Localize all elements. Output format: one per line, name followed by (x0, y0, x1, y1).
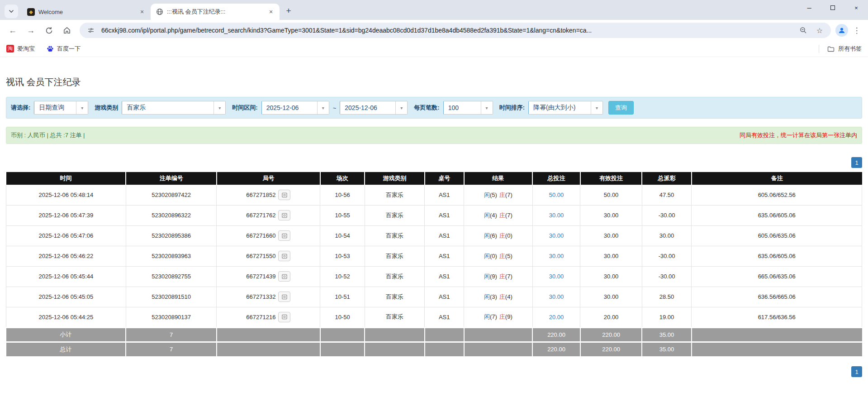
summary-notice-text: 同局有效投注，统一计算在该局第一张注单内 (740, 131, 857, 139)
cell-time: 2025-12-06 05:47:06 (6, 225, 126, 246)
cell-round-id: 667271852 (217, 185, 320, 205)
globe-favicon (156, 8, 163, 15)
bet-record-row: 2025-12-06 05:46:22523020893963667271550… (6, 246, 862, 266)
cell-game-type: 百家乐 (365, 246, 424, 266)
cell-bet-id: 523020897422 (126, 185, 217, 205)
bet-record-row: 2025-12-06 05:48:14523020897422667271852… (6, 185, 862, 205)
tab-close-icon[interactable]: × (267, 8, 275, 16)
cell-valid-bet: 50.00 (580, 185, 642, 205)
cell-total-bet: 30.00 (532, 266, 580, 287)
address-bar[interactable]: 66cxkj98.com/ipl/portal.php/game/betreco… (80, 23, 831, 38)
total-bet-link[interactable]: 30.00 (549, 293, 564, 300)
url-text[interactable]: 66cxkj98.com/ipl/portal.php/game/betreco… (101, 27, 793, 34)
cell-table-number: AS1 (425, 307, 464, 327)
date-to-select[interactable]: 2025-12-06 ▾ (340, 101, 408, 115)
bookmark-label: 百度一下 (57, 45, 81, 53)
footer-empty-cell (692, 327, 862, 342)
cell-result: 闲(0)庄(5) (464, 246, 532, 266)
minimize-icon[interactable]: ─ (797, 0, 821, 15)
cell-game-type: 百家乐 (365, 307, 424, 327)
round-video-icon[interactable] (278, 312, 290, 322)
sort-label: 时间排序: (499, 104, 525, 112)
cell-time: 2025-12-06 05:45:05 (6, 287, 126, 307)
folder-icon (827, 45, 835, 53)
total-bet-link[interactable]: 30.00 (549, 212, 564, 219)
round-video-icon[interactable] (278, 251, 290, 261)
window-controls: ─ × (797, 0, 868, 15)
query-type-select[interactable]: 日期查询 ▾ (34, 101, 88, 115)
footer-empty-cell (425, 327, 464, 342)
footer-valid-bet: 220.00 (580, 342, 642, 356)
result-score: (5) (490, 191, 497, 198)
chrome-menu-icon[interactable]: ⋮ (850, 26, 863, 35)
result-player: 闲 (484, 232, 490, 239)
pagination-page-1-bottom[interactable]: 1 (851, 366, 862, 377)
cell-bet-id: 523020892755 (126, 266, 217, 287)
maximize-icon[interactable] (821, 0, 844, 15)
cell-valid-bet: 30.00 (580, 266, 642, 287)
zoom-magnifier-icon[interactable] (797, 24, 809, 36)
tab-close-icon[interactable]: × (138, 8, 146, 16)
chevron-down-icon: ▾ (481, 101, 493, 114)
tab-welcome[interactable]: ◆ Welcome × (22, 4, 151, 20)
cell-valid-bet: 20.00 (580, 307, 642, 327)
page-size-select[interactable]: 100 ▾ (443, 101, 493, 115)
round-video-icon[interactable] (278, 292, 290, 302)
result-banker: 庄 (499, 191, 505, 198)
forward-icon[interactable]: → (23, 22, 39, 38)
table-header-row: 时间注单编号局号场次游戏类别桌号结果总投注有效投注总派彩备注 (6, 172, 862, 185)
query-button[interactable]: 查询 (608, 101, 634, 115)
round-video-icon[interactable] (278, 230, 290, 241)
pagination-page-1-top[interactable]: 1 (851, 157, 862, 168)
chevron-down-icon: ▾ (591, 101, 602, 114)
round-video-icon[interactable] (278, 210, 290, 220)
cell-table-number: AS1 (425, 246, 464, 266)
site-controls-icon[interactable] (85, 24, 97, 36)
result-score: (6) (490, 232, 497, 239)
cell-valid-bet: 30.00 (580, 205, 642, 225)
round-number: 667271852 (246, 191, 275, 198)
result-banker: 庄 (499, 232, 505, 239)
sort-select[interactable]: 降幂(由大到小) ▾ (528, 101, 603, 115)
total-bet-link[interactable]: 30.00 (549, 273, 564, 280)
round-video-icon[interactable] (278, 190, 290, 200)
bookmark-baidu[interactable]: 百度一下 (47, 45, 81, 53)
column-header: 有效投注 (580, 172, 642, 185)
bet-record-row: 2025-12-06 05:47:06523020895386667271660… (6, 225, 862, 246)
total-bet-link[interactable]: 20.00 (549, 314, 564, 321)
column-header: 时间 (6, 172, 126, 185)
game-type-select[interactable]: 百家乐 ▾ (122, 101, 226, 115)
profile-avatar[interactable] (835, 24, 848, 37)
total-bet-link[interactable]: 30.00 (549, 253, 564, 259)
bet-record-row: 2025-12-06 05:44:25523020890137667271216… (6, 307, 862, 327)
cell-payout: -30.00 (642, 246, 692, 266)
cell-game-type: 百家乐 (365, 266, 424, 287)
round-video-icon[interactable] (278, 271, 290, 282)
bookmark-star-icon[interactable]: ☆ (814, 24, 825, 36)
cell-note: 617.56/636.56 (692, 307, 862, 327)
back-icon[interactable]: ← (5, 22, 21, 38)
reload-icon[interactable] (41, 22, 57, 38)
total-bet-link[interactable]: 50.00 (549, 191, 564, 198)
tab-search-chevron-icon[interactable] (5, 5, 18, 18)
new-tab-icon[interactable]: + (282, 5, 295, 17)
footer-empty-cell (217, 327, 320, 342)
cell-game-type: 百家乐 (365, 287, 424, 307)
result-score: (9) (490, 273, 497, 280)
welcome-favicon: ◆ (27, 8, 35, 16)
close-window-icon[interactable]: × (844, 0, 868, 15)
tab-betrecord[interactable]: :::视讯 会员下注纪录::: × (151, 4, 280, 20)
home-icon[interactable] (59, 22, 75, 38)
cell-valid-bet: 30.00 (580, 287, 642, 307)
result-banker: 庄 (499, 313, 505, 320)
cell-session: 10-54 (320, 225, 365, 246)
result-score: (7) (505, 191, 512, 198)
tab-title: :::视讯 会员下注纪录::: (167, 8, 263, 16)
date-from-select[interactable]: 2025-12-06 ▾ (261, 101, 329, 115)
bookmark-taobao[interactable]: 淘 爱淘宝 (6, 45, 35, 53)
cell-valid-bet: 30.00 (580, 246, 642, 266)
column-header: 备注 (692, 172, 862, 185)
total-bet-link[interactable]: 30.00 (549, 232, 564, 239)
all-bookmarks[interactable]: 所有书签 (819, 45, 862, 53)
footer-empty-cell (425, 342, 464, 356)
